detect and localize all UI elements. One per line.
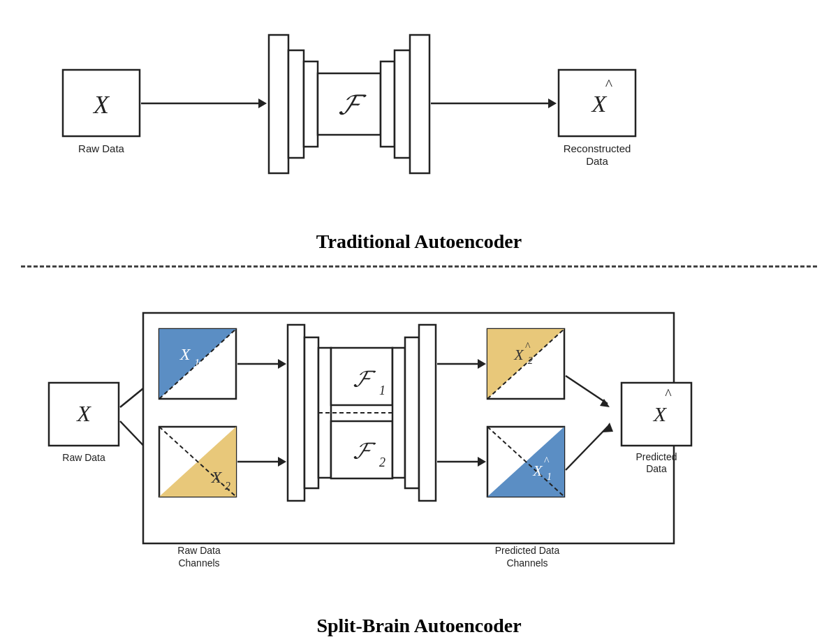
svg-text:^: ^ [525,340,531,352]
svg-text:Raw Data: Raw Data [78,142,125,154]
svg-text:Raw Data: Raw Data [177,545,221,556]
svg-rect-12 [410,35,429,173]
splitbrain-diagram: X Raw Data X 1 X 2 [35,275,803,596]
svg-rect-10 [381,61,395,147]
svg-rect-11 [395,50,410,158]
svg-text:X: X [179,345,191,363]
svg-text:1: 1 [547,471,552,482]
svg-text:^: ^ [544,455,550,467]
svg-text:Channels: Channels [178,557,219,569]
svg-text:2: 2 [528,356,533,366]
svg-rect-52 [392,348,405,478]
svg-rect-6 [288,50,304,158]
svg-text:Predicted Data: Predicted Data [495,545,560,556]
svg-text:X: X [653,402,668,425]
svg-text:Raw Data: Raw Data [62,452,105,463]
svg-text:X: X [532,462,543,479]
svg-text:X: X [513,346,524,363]
svg-rect-7 [304,61,318,147]
svg-text:Predicted: Predicted [635,451,677,462]
svg-rect-54 [419,325,436,501]
splitbrain-title: Split-Brain Autoencoder [316,615,521,637]
traditional-title: Traditional Autoencoder [316,230,522,253]
svg-marker-14 [548,98,557,108]
svg-text:1: 1 [379,383,385,397]
svg-text:1: 1 [194,357,200,369]
svg-text:2: 2 [225,480,230,492]
svg-text:X: X [211,468,223,486]
traditional-diagram: X Raw Data 𝓕 X ^ [35,14,803,224]
svg-rect-42 [288,325,304,501]
svg-text:X: X [591,91,608,117]
svg-text:^: ^ [605,75,613,93]
svg-text:Data: Data [586,155,608,167]
svg-text:^: ^ [665,386,672,402]
svg-text:Reconstructed: Reconstructed [564,142,631,154]
traditional-autoencoder-section: X Raw Data 𝓕 X ^ [0,0,838,265]
svg-marker-4 [258,98,267,108]
svg-text:2: 2 [379,455,385,469]
svg-text:X: X [92,91,110,119]
diagram-container: X Raw Data 𝓕 X ^ [0,0,838,644]
svg-text:Channels: Channels [506,557,547,569]
svg-text:Data: Data [646,463,667,474]
svg-rect-43 [304,337,318,488]
splitbrain-autoencoder-section: X Raw Data X 1 X 2 [0,268,838,644]
svg-text:X: X [75,401,91,426]
svg-rect-5 [269,35,288,173]
svg-rect-53 [405,337,419,488]
